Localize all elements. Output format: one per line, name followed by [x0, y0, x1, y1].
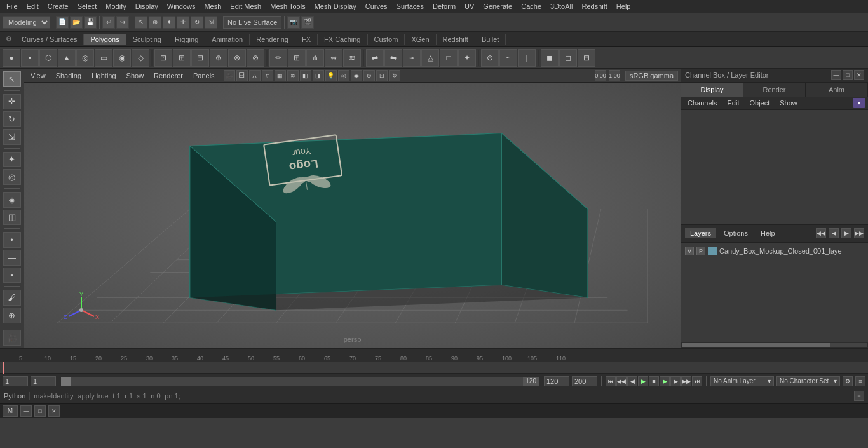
- layers-options[interactable]: Options: [719, 228, 753, 238]
- uv-icon[interactable]: ◼: [541, 49, 559, 67]
- scale-btn[interactable]: ⇲: [205, 16, 217, 29]
- disc-icon[interactable]: ◉: [113, 49, 131, 67]
- menu-select[interactable]: Select: [74, 1, 101, 11]
- transport-stop-btn[interactable]: ■: [649, 376, 659, 386]
- menu-modify[interactable]: Modify: [102, 1, 130, 11]
- ws-tab-sculpting[interactable]: Sculpting: [126, 34, 168, 45]
- vp-light-icon[interactable]: 💡: [325, 70, 337, 81]
- menu-help[interactable]: Help: [613, 1, 635, 11]
- transport-rewind-btn[interactable]: ⏮: [606, 376, 616, 386]
- conform-icon[interactable]: ⊙: [481, 49, 499, 67]
- menu-redshift[interactable]: Redshift: [578, 1, 611, 11]
- rp-minimize-btn[interactable]: —: [831, 70, 841, 80]
- ws-tab-fx[interactable]: FX: [295, 34, 318, 45]
- vp-hud-icon[interactable]: ⊡: [376, 70, 388, 81]
- vp-aa-icon[interactable]: A: [249, 70, 261, 81]
- extrude-icon[interactable]: ⊡: [154, 49, 172, 67]
- insert-edge-icon[interactable]: ⊞: [288, 49, 306, 67]
- face-btn[interactable]: ▪: [3, 268, 21, 283]
- timeline-bar[interactable]: [0, 362, 868, 374]
- move-tool-btn[interactable]: ✛: [3, 94, 21, 110]
- transport-prev-frame-btn[interactable]: ◀: [627, 376, 637, 386]
- vp-show-menu[interactable]: Show: [123, 71, 148, 81]
- cb-tab-anim[interactable]: Anim: [806, 83, 868, 97]
- vp-refresh-icon[interactable]: ↻: [389, 70, 400, 81]
- menu-create[interactable]: Create: [44, 1, 72, 11]
- cb-tab-display[interactable]: Display: [681, 83, 743, 97]
- cube-icon[interactable]: ▪: [21, 49, 39, 67]
- transport-play-back-btn[interactable]: ▶: [638, 376, 648, 386]
- ws-tab-rendering[interactable]: Rendering: [250, 34, 295, 45]
- workspace-gear[interactable]: ⚙: [3, 33, 15, 46]
- cone-icon[interactable]: ▲: [58, 49, 76, 67]
- taskbar-maya-icon[interactable]: M: [3, 405, 18, 417]
- bridge-icon[interactable]: ⊞: [173, 49, 191, 67]
- cb-show-menu[interactable]: Show: [776, 98, 801, 108]
- draw-icon[interactable]: ✏: [269, 49, 287, 67]
- move-btn[interactable]: ✛: [177, 16, 189, 29]
- menu-edit[interactable]: Edit: [23, 1, 43, 11]
- soften-icon[interactable]: ~: [499, 49, 517, 67]
- xray-btn[interactable]: ◫: [3, 210, 21, 226]
- triangulate-icon[interactable]: △: [421, 49, 439, 67]
- vp-shading-menu[interactable]: Shading: [52, 71, 85, 81]
- vp-view-menu[interactable]: View: [27, 71, 50, 81]
- layers-scrollbar[interactable]: [681, 342, 868, 348]
- cb-tab-render[interactable]: Render: [743, 83, 806, 97]
- bool-icon[interactable]: ⊘: [247, 49, 264, 67]
- undo-btn[interactable]: ↩: [102, 16, 115, 29]
- paint-btn[interactable]: ✦: [163, 16, 175, 29]
- vp-cam-icon[interactable]: 🎥: [224, 70, 235, 81]
- menu-display[interactable]: Display: [132, 1, 162, 11]
- char-set-dropdown[interactable]: No Character Set ▾: [776, 376, 840, 386]
- timeline-ruler[interactable]: 5 10 15 20 25 30 35 40 45 50 55 60 65 70…: [0, 349, 868, 362]
- redo-btn[interactable]: ↪: [116, 16, 129, 29]
- range-end-field2[interactable]: 200: [572, 376, 597, 386]
- vp-renderer-menu[interactable]: Renderer: [150, 71, 187, 81]
- mode-selector[interactable]: Modeling: [3, 16, 50, 29]
- lasso-btn[interactable]: ⊕: [149, 16, 161, 29]
- menu-mesh-display[interactable]: Mesh Display: [311, 1, 360, 11]
- select-tool-btn[interactable]: ↖: [3, 71, 21, 87]
- torus-icon[interactable]: ◎: [76, 49, 94, 67]
- ws-tab-rigging[interactable]: Rigging: [168, 34, 205, 45]
- sphere-icon[interactable]: ●: [3, 49, 20, 67]
- vp-wire-icon[interactable]: ▦: [275, 70, 286, 81]
- select-btn[interactable]: ↖: [135, 16, 147, 29]
- range-end-field[interactable]: 120: [544, 376, 569, 386]
- vp-tex-icon[interactable]: ◨: [313, 70, 324, 81]
- menu-uv[interactable]: UV: [461, 1, 478, 11]
- new-file-btn[interactable]: 📄: [56, 16, 69, 29]
- ws-tab-polygons[interactable]: Polygons: [84, 34, 126, 45]
- quad-icon[interactable]: □: [440, 49, 458, 67]
- layers-prev-btn2[interactable]: ◀: [829, 228, 839, 238]
- taskbar-close-btn[interactable]: ✕: [48, 405, 60, 417]
- transport-next-frame-btn[interactable]: ▶: [670, 376, 681, 386]
- ws-tab-redshift[interactable]: Redshift: [437, 34, 475, 45]
- vp-lighting-menu[interactable]: Lighting: [88, 71, 120, 81]
- vp-shadow-icon[interactable]: ◎: [338, 70, 349, 81]
- anim-settings-btn[interactable]: ⚙: [843, 376, 853, 386]
- rp-expand-btn[interactable]: □: [843, 70, 853, 80]
- vert-btn[interactable]: •: [3, 232, 21, 248]
- menu-file[interactable]: File: [3, 1, 22, 11]
- rotate-tool-btn[interactable]: ↻: [3, 111, 21, 127]
- menu-mesh[interactable]: Mesh: [200, 1, 225, 11]
- cb-channels-menu[interactable]: Channels: [684, 98, 721, 108]
- unfold-icon[interactable]: ◻: [559, 49, 577, 67]
- python-icon[interactable]: ≡: [854, 391, 864, 401]
- menu-surfaces[interactable]: Surfaces: [393, 1, 428, 11]
- taskbar-min-btn[interactable]: —: [20, 405, 32, 417]
- render-btn[interactable]: 🎬: [301, 16, 314, 29]
- harden-icon[interactable]: |: [518, 49, 536, 67]
- paint-weight-btn[interactable]: 🖌: [3, 290, 21, 306]
- transport-prev-key-btn[interactable]: ◀◀: [616, 376, 627, 386]
- smooth-icon[interactable]: ≈: [403, 49, 421, 67]
- save-file-btn[interactable]: 💾: [84, 16, 97, 29]
- vp-shade-icon[interactable]: ◧: [300, 70, 311, 81]
- menu-mesh-tools[interactable]: Mesh Tools: [266, 1, 309, 11]
- cylinder-icon[interactable]: ⬡: [39, 49, 57, 67]
- rp-close-btn[interactable]: ✕: [854, 70, 864, 80]
- anim-extra-btn[interactable]: ≡: [855, 376, 865, 386]
- cb-object-menu[interactable]: Object: [745, 98, 773, 108]
